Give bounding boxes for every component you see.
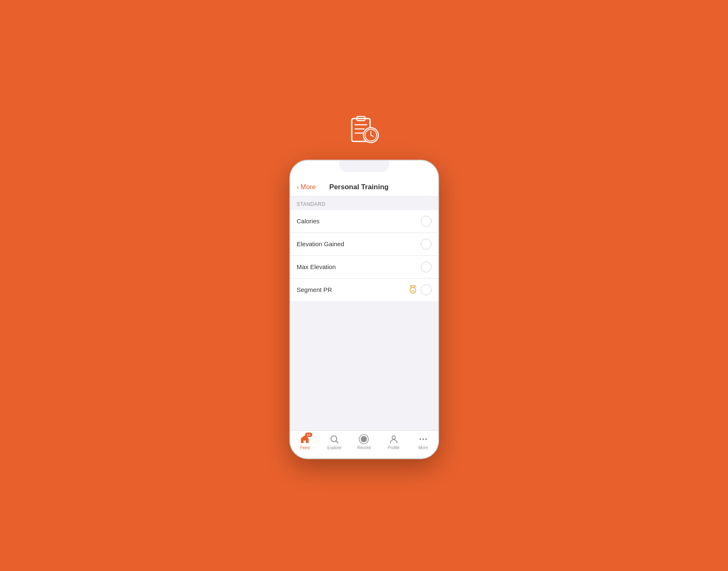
list-item-label: Max Elevation: [297, 263, 421, 270]
profile-icon: [389, 434, 399, 444]
list-item[interactable]: Elevation Gained: [290, 233, 438, 256]
tab-feed-label: Feed: [300, 445, 310, 450]
list-item[interactable]: Segment PR PR: [290, 279, 438, 301]
list-container: Calories Elevation Gained Max Elevation …: [290, 210, 438, 301]
svg-point-22: [425, 438, 427, 440]
calories-radio[interactable]: [421, 216, 432, 227]
tab-record-label: Record: [357, 445, 370, 450]
phone-frame: ‹ More Personal Training STANDARD Calori…: [289, 160, 439, 459]
elevation-gained-radio[interactable]: [421, 239, 432, 250]
list-item[interactable]: Max Elevation: [290, 256, 438, 279]
notch: [339, 161, 389, 172]
feed-icon: 11: [300, 434, 310, 444]
empty-content-area: [290, 301, 438, 430]
svg-point-21: [422, 438, 424, 440]
app-icon-area: [348, 112, 381, 147]
back-chevron-icon: ‹: [297, 183, 299, 191]
tab-more[interactable]: More: [411, 434, 436, 450]
feed-badge: 11: [305, 433, 312, 437]
svg-point-20: [420, 438, 421, 440]
svg-point-18: [361, 436, 367, 442]
back-button[interactable]: ‹ More: [297, 183, 316, 191]
pr-badge-icon: PR: [408, 284, 417, 295]
svg-point-19: [392, 436, 395, 439]
nav-header: ‹ More Personal Training: [290, 179, 438, 197]
svg-text:PR: PR: [411, 290, 415, 292]
tab-more-label: More: [418, 445, 428, 450]
tab-record[interactable]: Record: [351, 434, 376, 450]
record-icon: [359, 434, 369, 444]
app-icon: [348, 112, 381, 146]
section-label: STANDARD: [297, 201, 326, 207]
tab-profile[interactable]: Profile: [381, 434, 406, 450]
svg-line-16: [336, 441, 338, 443]
tab-feed[interactable]: 11 Feed: [292, 434, 317, 450]
section-header: STANDARD: [290, 197, 438, 210]
list-item-label: Elevation Gained: [297, 240, 421, 247]
tab-profile-label: Profile: [387, 445, 399, 450]
max-elevation-radio[interactable]: [421, 262, 432, 272]
tab-bar: 11 Feed Explore Record: [290, 430, 438, 458]
tab-explore[interactable]: Explore: [322, 434, 347, 450]
list-item-label: Calories: [297, 218, 421, 225]
list-item-label: Segment PR: [297, 286, 406, 293]
back-label: More: [301, 183, 316, 191]
tab-explore-label: Explore: [327, 445, 341, 450]
segment-pr-radio[interactable]: [421, 284, 432, 295]
page-title: Personal Training: [316, 183, 402, 191]
more-icon: [418, 434, 428, 444]
list-item[interactable]: Calories: [290, 210, 438, 233]
explore-icon: [329, 434, 339, 444]
